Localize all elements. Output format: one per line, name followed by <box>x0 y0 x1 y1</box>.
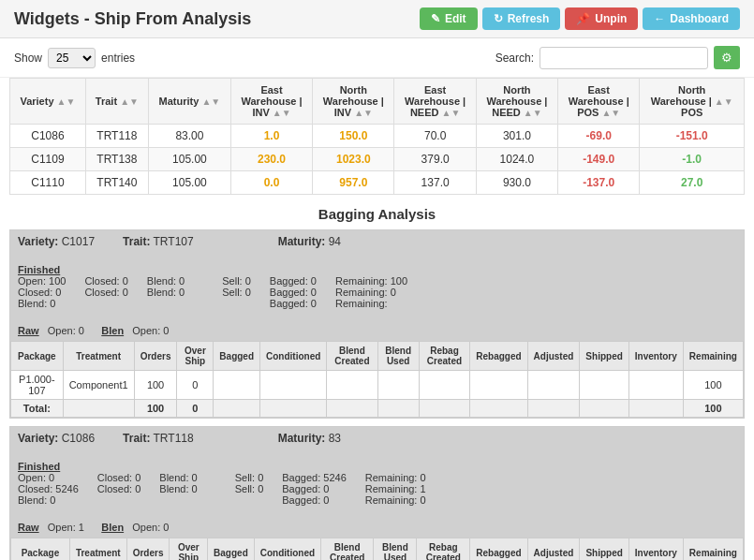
pkg-row: P1.000-107Component11000100 <box>11 371 744 400</box>
variety-blocks-container: Variety: C1017 Trait: TRT107 Maturity: 9… <box>0 229 754 560</box>
blend-col: Blend: 0 Blend: 0 <box>147 264 185 309</box>
col-maturity: Maturity ▲▼ <box>148 79 230 125</box>
entries-label: entries <box>101 52 135 65</box>
show-label: Show <box>14 52 42 65</box>
variety-label: Variety: C1086 <box>18 432 95 445</box>
variety-block: Variety: C1086 Trait: TRT118 Maturity: 8… <box>9 426 745 560</box>
main-table: Variety ▲▼ Trait ▲▼ Maturity ▲▼ EastWare… <box>9 78 745 195</box>
col-east-need: EastWarehouse |NEED ▲▼ <box>394 79 476 125</box>
unpin-icon: 📌 <box>576 12 590 25</box>
entries-select[interactable]: 25 10 50 100 <box>48 48 96 68</box>
table-row: C1109TRT138105.00230.01023.0379.01024.0-… <box>10 148 745 171</box>
finished-col: Finished Open: 100 Closed: 0 Blend: 0 <box>18 264 66 309</box>
sell-col: Sell: 0 Sell: 0 <box>235 461 264 506</box>
header-buttons: ✎ Edit ↻ Refresh 📌 Unpin ← Dashboard <box>420 7 740 30</box>
refresh-icon: ↻ <box>494 12 503 25</box>
arrow-left-icon: ← <box>654 12 665 25</box>
table-row: C1110TRT140105.000.0957.0137.0930.0-137.… <box>10 171 745 195</box>
variety-block: Variety: C1017 Trait: TRT107 Maturity: 9… <box>9 229 745 419</box>
pkg-total-row: Total:1000100 <box>11 400 744 418</box>
main-table-container: Variety ▲▼ Trait ▲▼ Maturity ▲▼ EastWare… <box>0 78 754 195</box>
col-north-pos: NorthWarehouse | ▲▼POS <box>640 79 745 125</box>
maturity-label: Maturity: 94 <box>278 235 341 248</box>
refresh-button[interactable]: ↻ Refresh <box>482 7 561 30</box>
remaining-col: Remaining: 0 Remaining: 1 Remaining: 0 <box>365 461 426 506</box>
package-table: PackageTreatmentOrdersOver ShipBaggedCon… <box>10 341 744 418</box>
table-row: C1086TRT11883.001.0150.070.0301.0-69.0-1… <box>10 125 745 148</box>
col-variety: Variety ▲▼ <box>10 79 86 125</box>
search-settings-button[interactable]: ⚙ <box>714 46 740 69</box>
blend-col: Blend: 0 Blend: 0 <box>159 461 197 506</box>
col-north-inv: NorthWarehouse |INV ▲▼ <box>313 79 394 125</box>
dashboard-button[interactable]: ← Dashboard <box>643 7 740 30</box>
variety-block-header: Variety: C1086 Trait: TRT118 Maturity: 8… <box>10 427 744 538</box>
page-header: Widgets - Ship From Analysis ✎ Edit ↻ Re… <box>0 0 754 38</box>
package-table: PackageTreatmentOrdersOver ShipBaggedCon… <box>10 538 744 560</box>
maturity-label: Maturity: 83 <box>278 432 341 445</box>
pkg-header-row: PackageTreatmentOrdersOver ShipBaggedCon… <box>11 538 744 561</box>
pkg-header-row: PackageTreatmentOrdersOver ShipBaggedCon… <box>11 342 744 371</box>
bagged-col: Bagged: 0 Bagged: 0 Bagged: 0 <box>270 264 317 309</box>
search-input[interactable] <box>540 47 708 69</box>
trait-label: Trait: TRT118 <box>123 432 194 445</box>
table-controls: Show 25 10 50 100 entries Search: ⚙ <box>0 38 754 78</box>
search-label: Search: <box>495 52 534 65</box>
col-east-pos: EastWarehouse |POS ▲▼ <box>558 79 640 125</box>
raw-blen-labels: Raw Open: 0 Blen Open: 0 <box>18 325 169 336</box>
trait-label: Trait: TRT107 <box>123 235 194 248</box>
edit-icon: ✎ <box>431 12 440 25</box>
show-entries: Show 25 10 50 100 entries <box>14 48 135 68</box>
open-closed-col: Closed: 0 Closed: 0 <box>84 264 127 309</box>
variety-label: Variety: C1017 <box>18 235 95 248</box>
open-closed-col: Closed: 0 Closed: 0 <box>97 461 140 506</box>
sell-col: Sell: 0 Sell: 0 <box>222 264 251 309</box>
bagging-analysis-title: Bagging Analysis <box>0 195 754 229</box>
search-area: Search: ⚙ <box>495 46 740 69</box>
col-north-need: NorthWarehouse |NEED ▲▼ <box>476 79 557 125</box>
finished-col: Finished Open: 0 Closed: 5246 Blend: 0 <box>18 461 79 506</box>
remaining-col: Remaining: 100 Remaining: 0 Remaining: <box>335 264 407 309</box>
unpin-button[interactable]: 📌 Unpin <box>565 7 638 30</box>
edit-button[interactable]: ✎ Edit <box>420 7 478 30</box>
variety-block-header: Variety: C1017 Trait: TRT107 Maturity: 9… <box>10 230 744 341</box>
bagged-col: Bagged: 5246 Bagged: 0 Bagged: 0 <box>282 461 347 506</box>
table-header-row: Variety ▲▼ Trait ▲▼ Maturity ▲▼ EastWare… <box>10 79 745 125</box>
gear-icon: ⚙ <box>721 51 732 65</box>
raw-blen-labels: Raw Open: 1 Blen Open: 0 <box>18 522 169 533</box>
page-title: Widgets - Ship From Analysis <box>14 9 251 29</box>
col-east-inv: EastWarehouse |INV ▲▼ <box>230 79 312 125</box>
col-trait: Trait ▲▼ <box>85 79 148 125</box>
